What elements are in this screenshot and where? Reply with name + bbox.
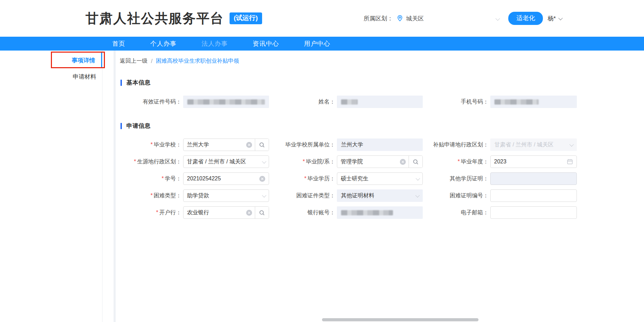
masked-value <box>187 99 265 105</box>
masked-value <box>341 210 393 215</box>
difficulty-cert-number-label: 困难证明编号： <box>424 192 489 199</box>
sidebar-item-materials[interactable]: 申请材料 <box>0 69 102 84</box>
region-chevron-down-icon[interactable] <box>496 16 500 21</box>
required-marker: * <box>156 209 158 215</box>
school-affiliation-field: 兰州大学 <box>337 138 423 151</box>
department-field <box>337 155 423 168</box>
region-label: 所属区划： <box>364 15 393 23</box>
education-level-label: *毕业学历： <box>271 175 335 182</box>
department-label: *毕业院/系： <box>271 158 335 166</box>
difficulty-cert-number-input[interactable] <box>494 193 573 199</box>
clear-icon[interactable] <box>400 159 406 165</box>
region-value[interactable]: 城关区 <box>406 15 424 23</box>
required-marker: * <box>303 159 305 164</box>
application-info-grid: *毕业学校： 毕业学校所属单位： 兰州大学 补贴申请地行政区划： 甘肃省 / 兰… <box>120 138 644 219</box>
nav-item-corporate[interactable]: 法人办事 <box>189 39 240 48</box>
email-field[interactable] <box>490 206 577 219</box>
calendar-icon[interactable] <box>567 159 573 165</box>
breadcrumb-back-link[interactable]: 返回上一级 <box>120 57 147 65</box>
graduation-school-field <box>183 138 269 151</box>
bank-account-label: 银行账号： <box>271 209 335 216</box>
required-marker: * <box>134 159 136 164</box>
breadcrumb-current-link[interactable]: 困难高校毕业生求职创业补贴申领 <box>156 57 239 65</box>
header-right: 所属区划： 城关区 适老化 杨* <box>364 12 562 25</box>
difficulty-type-select[interactable]: 助学贷款 <box>183 189 269 202</box>
graduation-school-label: *毕业学校： <box>120 141 181 149</box>
name-field <box>337 96 423 108</box>
required-marker: * <box>151 142 153 147</box>
phone-label: 手机号码： <box>424 98 489 106</box>
app-title: 甘肃人社公共服务平台 <box>86 12 224 25</box>
department-input[interactable] <box>341 159 398 165</box>
nav-item-user-center[interactable]: 用户中心 <box>292 39 343 48</box>
subsidy-region-label: 补贴申请地行政区划： <box>424 141 489 149</box>
difficulty-cert-number-field[interactable] <box>490 189 577 202</box>
section-bar-icon <box>120 123 122 129</box>
page-body: 事项详情 申请材料 返回上一级 / 困难高校毕业生求职创业补贴申领 基本信息 有… <box>0 51 644 322</box>
chevron-down-icon <box>416 176 420 180</box>
graduation-year-input[interactable] <box>494 159 567 165</box>
user-menu[interactable]: 杨* <box>547 15 562 23</box>
id-number-label: 有效证件号码： <box>120 98 181 106</box>
department-search-button[interactable] <box>409 156 422 168</box>
student-id-label: *学号： <box>120 175 181 182</box>
school-affiliation-label: 毕业学校所属单位： <box>271 141 335 149</box>
clear-icon[interactable] <box>246 210 252 216</box>
sidebar-item-detail[interactable]: 事项详情 <box>0 53 102 68</box>
nav-item-home[interactable]: 首页 <box>100 39 138 48</box>
origin-region-label: *生源地行政区划： <box>120 158 181 166</box>
name-label: 姓名： <box>271 98 335 106</box>
application-info-section-header: 申请信息 <box>120 122 644 130</box>
user-chevron-down-icon <box>558 16 563 20</box>
nav-item-personal[interactable]: 个人办事 <box>138 39 189 48</box>
bank-account-field <box>337 206 423 219</box>
top-header: 甘肃人社公共服务平台 (试运行) 所属区划： 城关区 适老化 杨* <box>0 0 644 37</box>
location-pin-icon <box>396 15 403 22</box>
graduation-year-label: *毕业年度： <box>424 158 489 166</box>
graduation-year-field[interactable] <box>490 155 577 168</box>
education-level-select[interactable]: 硕士研究生 <box>337 172 423 185</box>
phone-field <box>490 96 577 108</box>
student-id-input[interactable] <box>187 176 257 182</box>
bank-input[interactable] <box>187 209 244 216</box>
basic-info-grid: 有效证件号码： 姓名： 手机号码： <box>120 96 644 108</box>
clear-icon[interactable] <box>259 176 265 182</box>
chevron-down-icon <box>570 142 574 146</box>
search-icon <box>412 159 419 165</box>
basic-info-section-header: 基本信息 <box>120 79 644 87</box>
subsidy-region-select: 甘肃省 / 兰州市 / 城关区 <box>490 138 577 151</box>
masked-value <box>494 99 539 105</box>
required-marker: * <box>458 159 460 164</box>
section-bar-icon <box>120 80 122 86</box>
horizontal-scrollbar-thumb[interactable] <box>322 318 478 321</box>
main-nav: 首页 个人办事 法人办事 资讯中心 用户中心 <box>0 37 644 51</box>
required-marker: * <box>151 193 153 198</box>
email-input[interactable] <box>494 209 573 216</box>
difficulty-cert-type-select[interactable]: 其他证明材料 <box>337 189 423 202</box>
nav-item-news[interactable]: 资讯中心 <box>240 39 292 48</box>
search-icon <box>259 209 265 216</box>
id-number-field <box>183 96 269 108</box>
graduation-school-input[interactable] <box>187 142 244 148</box>
senior-mode-button[interactable]: 适老化 <box>508 12 543 25</box>
bank-label: *开户行： <box>120 209 181 216</box>
brand: 甘肃人社公共服务平台 (试运行) <box>86 12 262 25</box>
difficulty-cert-type-label: 困难证件类型： <box>271 192 335 199</box>
bank-search-button[interactable] <box>255 207 269 218</box>
chevron-down-icon <box>415 193 420 197</box>
graduation-school-search-button[interactable] <box>255 139 269 151</box>
origin-region-select[interactable]: 甘肃省 / 兰州市 / 城关区 <box>183 155 269 168</box>
required-marker: * <box>162 176 164 181</box>
difficulty-type-label: *困难类型： <box>120 192 181 199</box>
clear-icon[interactable] <box>246 142 252 148</box>
other-education-proof-field <box>490 172 577 185</box>
main-content: 返回上一级 / 困难高校毕业生求职创业补贴申领 基本信息 有效证件号码： 姓名：… <box>116 51 644 322</box>
student-id-field[interactable] <box>183 172 269 185</box>
bank-field <box>183 206 269 219</box>
masked-value <box>341 99 358 105</box>
basic-info-title: 基本信息 <box>126 79 151 87</box>
trial-badge: (试运行) <box>230 12 262 24</box>
search-icon <box>259 142 265 148</box>
chevron-down-icon <box>262 193 267 197</box>
user-name: 杨* <box>547 15 556 23</box>
